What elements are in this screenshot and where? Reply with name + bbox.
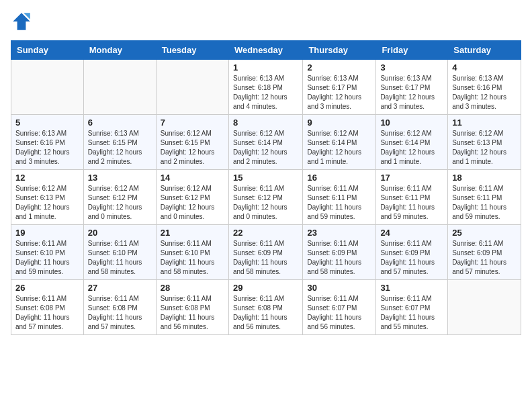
day-number: 6 (88, 118, 152, 128)
calendar-cell: 21Sunrise: 6:11 AM Sunset: 6:10 PM Dayli… (156, 225, 228, 280)
calendar-week-row: 19Sunrise: 6:11 AM Sunset: 6:10 PM Dayli… (11, 225, 521, 280)
calendar-cell: 20Sunrise: 6:11 AM Sunset: 6:10 PM Dayli… (83, 225, 156, 280)
day-number: 7 (161, 118, 224, 128)
day-number: 25 (452, 228, 517, 238)
day-info: Sunrise: 6:11 AM Sunset: 6:07 PM Dayligh… (307, 294, 371, 332)
logo-icon (11, 11, 32, 32)
day-info: Sunrise: 6:13 AM Sunset: 6:16 PM Dayligh… (15, 129, 79, 167)
day-info: Sunrise: 6:11 AM Sunset: 6:10 PM Dayligh… (88, 239, 152, 277)
calendar-cell: 19Sunrise: 6:11 AM Sunset: 6:10 PM Dayli… (11, 225, 84, 280)
calendar-cell: 14Sunrise: 6:12 AM Sunset: 6:12 PM Dayli… (156, 170, 228, 225)
day-number: 19 (15, 228, 79, 238)
calendar-cell: 6Sunrise: 6:13 AM Sunset: 6:15 PM Daylig… (83, 115, 156, 170)
day-info: Sunrise: 6:11 AM Sunset: 6:11 PM Dayligh… (307, 184, 371, 222)
day-info: Sunrise: 6:11 AM Sunset: 6:09 PM Dayligh… (452, 239, 517, 277)
day-info: Sunrise: 6:11 AM Sunset: 6:10 PM Dayligh… (15, 239, 79, 277)
day-number: 21 (161, 228, 224, 238)
day-info: Sunrise: 6:13 AM Sunset: 6:17 PM Dayligh… (307, 74, 371, 111)
calendar-header-row: SundayMondayTuesdayWednesdayThursdayFrid… (11, 41, 521, 60)
day-info: Sunrise: 6:11 AM Sunset: 6:08 PM Dayligh… (161, 294, 224, 332)
day-number: 12 (15, 173, 79, 183)
calendar-cell: 4Sunrise: 6:13 AM Sunset: 6:16 PM Daylig… (448, 60, 521, 115)
weekday-header-saturday: Saturday (448, 41, 521, 60)
day-info: Sunrise: 6:11 AM Sunset: 6:08 PM Dayligh… (15, 294, 79, 332)
day-number: 24 (380, 228, 443, 238)
day-info: Sunrise: 6:13 AM Sunset: 6:16 PM Dayligh… (452, 74, 517, 111)
day-number: 27 (88, 283, 152, 293)
day-info: Sunrise: 6:12 AM Sunset: 6:13 PM Dayligh… (452, 129, 517, 167)
day-number: 10 (380, 118, 443, 128)
calendar-cell: 7Sunrise: 6:12 AM Sunset: 6:15 PM Daylig… (156, 115, 228, 170)
day-info: Sunrise: 6:12 AM Sunset: 6:14 PM Dayligh… (380, 129, 443, 167)
calendar-cell: 18Sunrise: 6:11 AM Sunset: 6:11 PM Dayli… (448, 170, 521, 225)
weekday-header-tuesday: Tuesday (156, 41, 228, 60)
calendar-week-row: 26Sunrise: 6:11 AM Sunset: 6:08 PM Dayli… (11, 280, 521, 335)
day-number: 5 (15, 118, 79, 128)
calendar-cell: 26Sunrise: 6:11 AM Sunset: 6:08 PM Dayli… (11, 280, 84, 335)
day-info: Sunrise: 6:12 AM Sunset: 6:14 PM Dayligh… (233, 129, 298, 167)
calendar-cell: 3Sunrise: 6:13 AM Sunset: 6:17 PM Daylig… (376, 60, 448, 115)
weekday-header-wednesday: Wednesday (228, 41, 302, 60)
day-number: 18 (452, 173, 517, 183)
calendar-cell (448, 280, 521, 335)
day-number: 20 (88, 228, 152, 238)
calendar-cell: 22Sunrise: 6:11 AM Sunset: 6:09 PM Dayli… (228, 225, 302, 280)
calendar-week-row: 12Sunrise: 6:12 AM Sunset: 6:13 PM Dayli… (11, 170, 521, 225)
day-number: 15 (233, 173, 298, 183)
day-info: Sunrise: 6:11 AM Sunset: 6:09 PM Dayligh… (233, 239, 298, 277)
calendar-cell: 1Sunrise: 6:13 AM Sunset: 6:18 PM Daylig… (228, 60, 302, 115)
calendar-cell: 2Sunrise: 6:13 AM Sunset: 6:17 PM Daylig… (303, 60, 376, 115)
day-info: Sunrise: 6:11 AM Sunset: 6:10 PM Dayligh… (161, 239, 224, 277)
calendar-cell: 17Sunrise: 6:11 AM Sunset: 6:11 PM Dayli… (376, 170, 448, 225)
day-number: 26 (15, 283, 79, 293)
calendar-cell: 16Sunrise: 6:11 AM Sunset: 6:11 PM Dayli… (303, 170, 376, 225)
calendar-cell: 28Sunrise: 6:11 AM Sunset: 6:08 PM Dayli… (156, 280, 228, 335)
day-info: Sunrise: 6:11 AM Sunset: 6:11 PM Dayligh… (452, 184, 517, 222)
weekday-header-sunday: Sunday (11, 41, 84, 60)
day-info: Sunrise: 6:13 AM Sunset: 6:15 PM Dayligh… (88, 129, 152, 167)
calendar-cell (11, 60, 84, 115)
day-info: Sunrise: 6:11 AM Sunset: 6:12 PM Dayligh… (233, 184, 298, 222)
day-info: Sunrise: 6:12 AM Sunset: 6:12 PM Dayligh… (161, 184, 224, 222)
calendar-cell: 27Sunrise: 6:11 AM Sunset: 6:08 PM Dayli… (83, 280, 156, 335)
day-info: Sunrise: 6:13 AM Sunset: 6:18 PM Dayligh… (233, 74, 298, 111)
calendar-cell: 23Sunrise: 6:11 AM Sunset: 6:09 PM Dayli… (303, 225, 376, 280)
day-number: 8 (233, 118, 298, 128)
calendar-cell: 13Sunrise: 6:12 AM Sunset: 6:12 PM Dayli… (83, 170, 156, 225)
calendar-cell: 24Sunrise: 6:11 AM Sunset: 6:09 PM Dayli… (376, 225, 448, 280)
calendar-cell: 8Sunrise: 6:12 AM Sunset: 6:14 PM Daylig… (228, 115, 302, 170)
day-info: Sunrise: 6:12 AM Sunset: 6:13 PM Dayligh… (15, 184, 79, 222)
day-number: 17 (380, 173, 443, 183)
calendar-table: SundayMondayTuesdayWednesdayThursdayFrid… (11, 40, 521, 335)
calendar-cell: 29Sunrise: 6:11 AM Sunset: 6:08 PM Dayli… (228, 280, 302, 335)
day-number: 23 (307, 228, 371, 238)
day-number: 29 (233, 283, 298, 293)
day-number: 16 (307, 173, 371, 183)
weekday-header-monday: Monday (83, 41, 156, 60)
calendar-cell: 30Sunrise: 6:11 AM Sunset: 6:07 PM Dayli… (303, 280, 376, 335)
calendar-cell: 15Sunrise: 6:11 AM Sunset: 6:12 PM Dayli… (228, 170, 302, 225)
calendar-cell: 10Sunrise: 6:12 AM Sunset: 6:14 PM Dayli… (376, 115, 448, 170)
calendar-week-row: 1Sunrise: 6:13 AM Sunset: 6:18 PM Daylig… (11, 60, 521, 115)
logo (11, 11, 35, 32)
day-number: 28 (161, 283, 224, 293)
calendar-cell: 25Sunrise: 6:11 AM Sunset: 6:09 PM Dayli… (448, 225, 521, 280)
day-number: 1 (233, 62, 298, 73)
day-info: Sunrise: 6:11 AM Sunset: 6:09 PM Dayligh… (307, 239, 371, 277)
day-info: Sunrise: 6:12 AM Sunset: 6:14 PM Dayligh… (307, 129, 371, 167)
day-info: Sunrise: 6:13 AM Sunset: 6:17 PM Dayligh… (380, 74, 443, 111)
calendar-cell: 11Sunrise: 6:12 AM Sunset: 6:13 PM Dayli… (448, 115, 521, 170)
day-info: Sunrise: 6:11 AM Sunset: 6:09 PM Dayligh… (380, 239, 443, 277)
day-number: 22 (233, 228, 298, 238)
calendar-cell: 31Sunrise: 6:11 AM Sunset: 6:07 PM Dayli… (376, 280, 448, 335)
day-info: Sunrise: 6:12 AM Sunset: 6:12 PM Dayligh… (88, 184, 152, 222)
day-number: 11 (452, 118, 517, 128)
day-info: Sunrise: 6:11 AM Sunset: 6:08 PM Dayligh… (88, 294, 152, 332)
day-number: 31 (380, 283, 443, 293)
day-info: Sunrise: 6:11 AM Sunset: 6:07 PM Dayligh… (380, 294, 443, 332)
day-number: 4 (452, 62, 517, 73)
day-info: Sunrise: 6:11 AM Sunset: 6:08 PM Dayligh… (233, 294, 298, 332)
day-number: 9 (307, 118, 371, 128)
day-number: 3 (380, 62, 443, 73)
day-number: 13 (88, 173, 152, 183)
